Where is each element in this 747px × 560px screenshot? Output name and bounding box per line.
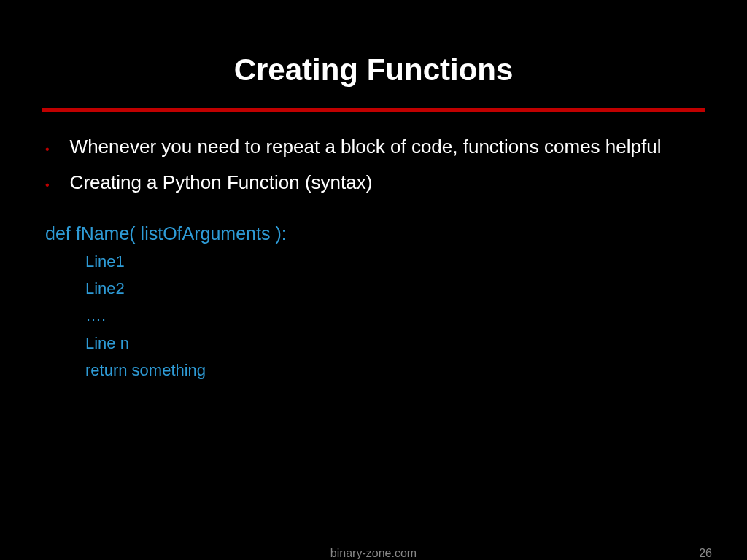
bullet-text: Creating a Python Function (syntax): [70, 170, 373, 195]
page-number: 26: [699, 547, 712, 560]
footer-source: binary-zone.com: [330, 547, 417, 560]
bullet-marker-icon: •: [45, 141, 50, 158]
bullet-item: • Creating a Python Function (syntax): [45, 170, 702, 195]
code-line: return something: [85, 357, 702, 384]
code-line: Line n: [85, 330, 702, 357]
bullet-marker-icon: •: [45, 177, 50, 193]
slide: Creating Functions • Whenever you need t…: [0, 0, 747, 560]
code-def-line: def fName( listOfArguments ):: [45, 220, 702, 248]
bullet-item: • Whenever you need to repeat a block of…: [45, 134, 702, 160]
code-body: Line1 Line2 …. Line n return something: [45, 248, 702, 384]
bullet-list: • Whenever you need to repeat a block of…: [45, 134, 702, 195]
bullet-text: Whenever you need to repeat a block of c…: [70, 134, 662, 160]
slide-title: Creating Functions: [0, 0, 747, 108]
code-line: ….: [85, 302, 702, 329]
code-line: Line1: [85, 248, 702, 275]
slide-content: • Whenever you need to repeat a block of…: [0, 134, 747, 384]
code-line: Line2: [85, 275, 702, 302]
code-block: def fName( listOfArguments ): Line1 Line…: [45, 220, 702, 384]
title-divider: [42, 108, 705, 112]
